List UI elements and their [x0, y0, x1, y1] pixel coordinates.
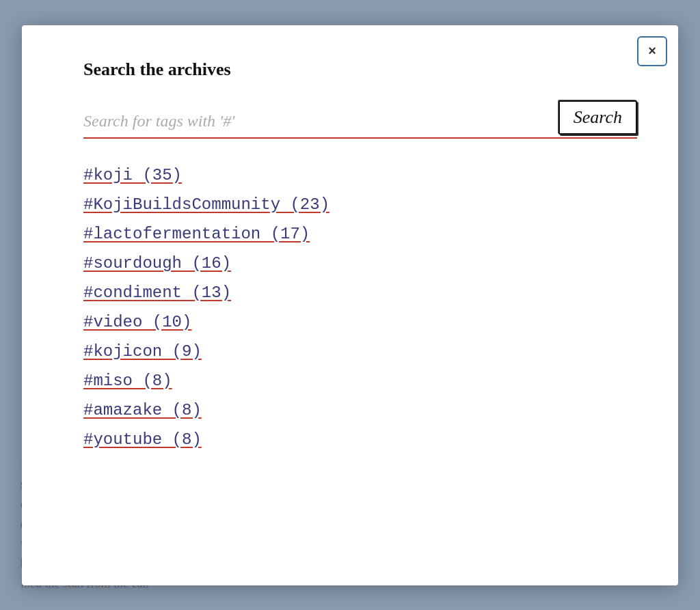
- search-button[interactable]: Search: [558, 100, 637, 135]
- tag-link[interactable]: #sourdough (16): [83, 254, 231, 273]
- tag-link[interactable]: #koji (35): [83, 166, 182, 184]
- list-item: #lactofermentation (17): [83, 225, 637, 243]
- tag-link[interactable]: #KojiBuildsCommunity (23): [83, 195, 329, 214]
- list-item: #KojiBuildsCommunity (23): [83, 195, 637, 214]
- list-item: #sourdough (16): [83, 254, 637, 273]
- tag-link[interactable]: #amazake (8): [83, 401, 202, 419]
- tag-link[interactable]: #lactofermentation (17): [83, 225, 310, 243]
- list-item: #condiment (13): [83, 283, 637, 302]
- modal-overlay: × Search the archives Search #koji (35)#…: [0, 0, 700, 610]
- tag-link[interactable]: #video (10): [83, 313, 191, 331]
- list-item: #miso (8): [83, 372, 637, 390]
- list-item: #koji (35): [83, 166, 637, 184]
- tag-link[interactable]: #condiment (13): [83, 283, 231, 302]
- list-item: #kojicon (9): [83, 342, 637, 361]
- tag-link[interactable]: #miso (8): [83, 372, 172, 390]
- search-modal: × Search the archives Search #koji (35)#…: [22, 25, 678, 585]
- list-item: #video (10): [83, 313, 637, 331]
- search-row: Search: [83, 100, 637, 139]
- tags-list: #koji (35)#KojiBuildsCommunity (23)#lact…: [83, 166, 637, 449]
- modal-title: Search the archives: [83, 59, 637, 80]
- list-item: #amazake (8): [83, 401, 637, 419]
- tag-link[interactable]: #kojicon (9): [83, 342, 202, 361]
- tag-link[interactable]: #youtube (8): [83, 430, 202, 449]
- list-item: #youtube (8): [83, 430, 637, 449]
- close-button[interactable]: ×: [637, 36, 667, 66]
- search-input[interactable]: [83, 107, 545, 137]
